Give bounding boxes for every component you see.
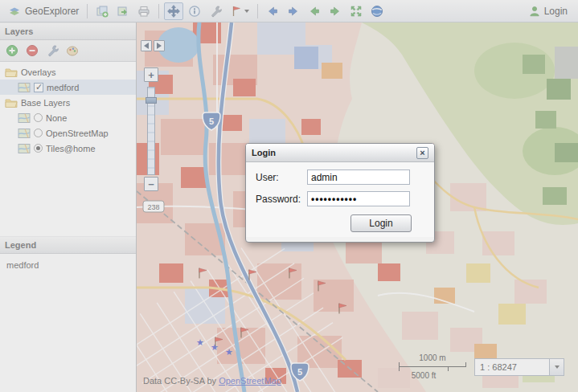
login-dialog-titlebar[interactable]: Login bbox=[246, 144, 434, 162]
login-dialog: Login User: Password: Login bbox=[245, 143, 435, 243]
geoexplorer-app: GeoExplorer bbox=[0, 0, 578, 392]
user-input[interactable] bbox=[307, 169, 410, 185]
login-dialog-title: Login bbox=[252, 148, 416, 157]
login-submit-button[interactable]: Login bbox=[350, 214, 412, 232]
close-button[interactable] bbox=[416, 147, 428, 159]
password-label: Password: bbox=[256, 194, 307, 205]
user-label: User: bbox=[256, 172, 307, 183]
password-input[interactable] bbox=[307, 191, 410, 206]
login-dialog-body: User: Password: Login bbox=[246, 162, 434, 237]
